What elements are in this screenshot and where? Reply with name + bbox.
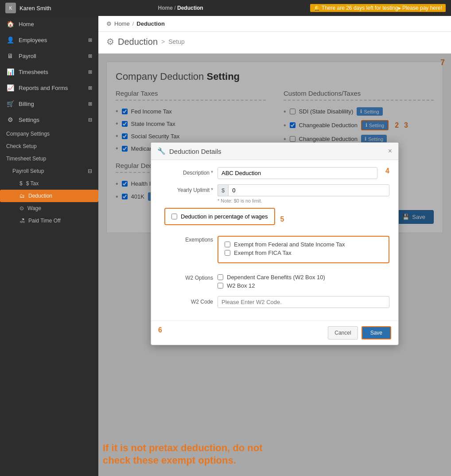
- w2-code-row: W2 Code: [160, 296, 389, 308]
- breadcrumb-home[interactable]: Home: [114, 20, 130, 27]
- page-title: Deduction: [118, 37, 158, 47]
- breadcrumb-sep: /: [174, 5, 175, 11]
- sidebar-item-home[interactable]: 🏠 Home: [0, 16, 98, 32]
- main-layout: 🏠 Home 👤 Employees ⊞ 🖥 Payroll ⊞ 📊 Times…: [0, 16, 451, 476]
- payroll-setup-label: Payroll Setup: [12, 168, 44, 174]
- w2-options-group: Dependent Care Benefits (W2 Box 10) W2 B…: [218, 274, 389, 291]
- page-header: ⚙ Deduction > Setup: [98, 32, 451, 54]
- description-input[interactable]: [218, 167, 377, 179]
- content-area: ⚙ Home / Deduction ⚙ Deduction > Setup C…: [98, 16, 451, 476]
- trial-alert-banner[interactable]: 🔔 There are 26 days left for testing▸ Pl…: [310, 4, 446, 12]
- billing-icon: 🛒: [6, 100, 14, 107]
- dependent-care-row: Dependent Care Benefits (W2 Box 10): [218, 274, 389, 281]
- paid-time-off-icon: 🏖: [19, 218, 25, 224]
- modal-backdrop: 🔧 Deduction Details × Description * 4: [98, 54, 451, 476]
- w2-box12-label: W2 Box 12: [227, 282, 255, 289]
- yearly-uplimit-input-group: $: [218, 184, 389, 196]
- modal-title-text: Deduction Details: [169, 148, 222, 155]
- annotation-5: 5: [280, 215, 284, 223]
- breadcrumb-page-icon: ⚙: [106, 20, 112, 27]
- settings-expand-icon: ⊟: [88, 117, 92, 123]
- exempt-federal-label: Exempt from Federal and State Income Tax: [234, 241, 345, 248]
- w2-code-input[interactable]: [218, 296, 389, 308]
- modal-close-button[interactable]: ×: [388, 147, 392, 155]
- modal-footer: 6 Cancel Save: [151, 320, 398, 345]
- timesheet-setup-label: Timesheet Setup: [6, 156, 46, 162]
- billing-expand-icon: ⊞: [88, 101, 92, 107]
- payroll-expand-icon: ⊞: [88, 53, 92, 59]
- sidebar-item-payroll-setup[interactable]: Payroll Setup ⊟: [0, 165, 98, 177]
- wage-icon: ⊙: [19, 205, 24, 211]
- sidebar-label-timesheets: Timesheets: [19, 69, 48, 75]
- sidebar-item-timesheets[interactable]: 📊 Timesheets ⊞: [0, 64, 98, 80]
- sidebar-item-tax[interactable]: $ $ Tax: [0, 177, 98, 190]
- sidebar-item-settings[interactable]: ⚙ Settings ⊟: [0, 112, 98, 128]
- sidebar-item-wage[interactable]: ⊙ Wage: [0, 202, 98, 215]
- sidebar-item-billing[interactable]: 🛒 Billing ⊞: [0, 96, 98, 112]
- w2-box12-checkbox[interactable]: [218, 283, 223, 289]
- exempt-federal-checkbox[interactable]: [225, 242, 230, 247]
- sidebar-label-home: Home: [19, 21, 34, 27]
- modal-title: 🔧 Deduction Details: [157, 147, 222, 155]
- home-icon: 🏠: [6, 20, 14, 27]
- breadcrumb-current-page: Deduction: [136, 20, 165, 27]
- w2-options-row: W2 Options Dependent Care Benefits (W2 B…: [160, 274, 389, 291]
- annotation-6: 6: [158, 326, 162, 339]
- sidebar-label-billing: Billing: [19, 101, 34, 107]
- deduction-label: Deduction: [28, 193, 52, 199]
- percentage-checkbox[interactable]: [171, 214, 177, 219]
- wage-label: Wage: [27, 205, 41, 211]
- exempt-fica-checkbox[interactable]: [225, 250, 230, 256]
- dollar-prefix: $: [218, 184, 228, 196]
- topbar: K Karen Smith Home / Deduction 🔔 There a…: [0, 0, 451, 16]
- employees-icon: 👤: [6, 36, 14, 43]
- sidebar-item-check-setup[interactable]: Check Setup: [0, 140, 98, 152]
- exemptions-block: Exempt from Federal and State Income Tax…: [218, 236, 389, 263]
- page-arrow: >: [161, 38, 165, 45]
- breadcrumb-home-link[interactable]: Home: [158, 5, 173, 11]
- sidebar-item-paid-time-off[interactable]: 🏖 Paid Time Off: [0, 215, 98, 227]
- w2-code-label: W2 Code: [160, 296, 213, 305]
- payroll-icon: 🖥: [6, 52, 14, 59]
- settings-icon: ⚙: [6, 116, 14, 123]
- yearly-uplimit-input[interactable]: [228, 184, 389, 196]
- sidebar-item-employees[interactable]: 👤 Employees ⊞: [0, 32, 98, 48]
- sidebar-label-settings: Settings: [19, 117, 39, 123]
- check-setup-label: Check Setup: [6, 143, 37, 149]
- modal-header: 🔧 Deduction Details ×: [151, 143, 398, 160]
- annotation-4: 4: [385, 167, 389, 175]
- sidebar: 🏠 Home 👤 Employees ⊞ 🖥 Payroll ⊞ 📊 Times…: [0, 16, 98, 476]
- employees-expand-icon: ⊞: [88, 37, 92, 43]
- modal-wrench-icon: 🔧: [157, 147, 166, 155]
- timesheets-expand-icon: ⊞: [88, 69, 92, 75]
- user-avatar: K: [5, 3, 16, 13]
- percentage-block: Deduction in percentage of wages: [164, 208, 275, 225]
- deduction-details-modal: 🔧 Deduction Details × Description * 4: [151, 142, 399, 345]
- paid-time-off-label: Paid Time Off: [28, 218, 60, 224]
- w2-box12-row: W2 Box 12: [218, 282, 389, 289]
- sidebar-item-timesheet-setup[interactable]: Timesheet Setup: [0, 152, 98, 165]
- sidebar-item-deduction[interactable]: 🗂 Deduction: [0, 190, 98, 202]
- yearly-note: * Note: $0 is no limit.: [218, 198, 389, 203]
- breadcrumb-current: Deduction: [177, 5, 203, 11]
- tax-icon: $: [19, 180, 23, 187]
- yearly-uplimit-label: Yearly Uplimit *: [160, 184, 213, 193]
- page-gear-icon: ⚙: [106, 36, 114, 47]
- description-label: Description *: [160, 167, 213, 176]
- modal-cancel-button[interactable]: Cancel: [328, 326, 358, 339]
- modal-save-button[interactable]: Save: [362, 326, 391, 339]
- sidebar-item-reports[interactable]: 📈 Reports and Forms ⊞: [0, 80, 98, 96]
- tax-label: $ Tax: [26, 180, 39, 187]
- breadcrumb-separator: /: [132, 20, 134, 27]
- main-content: Company Deduction Setting Regular Taxes …: [98, 54, 451, 476]
- percentage-section: Deduction in percentage of wages 5: [164, 208, 389, 230]
- sidebar-label-employees: Employees: [19, 37, 47, 43]
- deduction-icon: 🗂: [19, 193, 25, 199]
- sidebar-item-payroll[interactable]: 🖥 Payroll ⊞: [0, 48, 98, 64]
- sidebar-item-company-settings[interactable]: Company Settings: [0, 128, 98, 140]
- reports-icon: 📈: [6, 84, 14, 91]
- page-sub: Setup: [168, 38, 185, 45]
- dependent-care-checkbox[interactable]: [218, 274, 223, 280]
- reports-expand-icon: ⊞: [88, 85, 92, 91]
- description-row: Description * 4: [160, 167, 389, 179]
